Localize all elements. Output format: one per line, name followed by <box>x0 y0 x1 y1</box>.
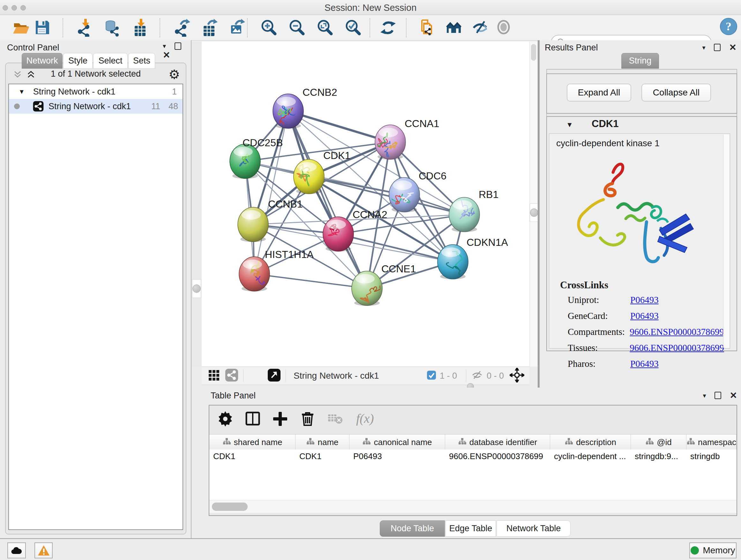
tab-network-table[interactable]: Network Table <box>496 520 570 537</box>
cdk1-collapse-icon[interactable]: ▼ <box>566 121 573 129</box>
control-panel-collapse-icon[interactable]: ▾ <box>163 42 166 50</box>
string-home-icon[interactable] <box>446 19 464 37</box>
right-splitter-handle[interactable] <box>530 208 538 217</box>
table-cell[interactable]: P06493 <box>349 451 445 461</box>
results-vscroll[interactable] <box>723 134 729 348</box>
network-tree-row[interactable]: ▼ String Network - cdk1 1 <box>9 84 183 99</box>
delete-column-icon[interactable] <box>300 411 316 428</box>
crosslinks-title: CrossLinks <box>560 279 608 291</box>
zoom-in-icon[interactable] <box>259 19 278 37</box>
help-icon[interactable]: ? <box>719 17 738 36</box>
import-table-icon[interactable] <box>131 19 150 37</box>
network-node-ccne1[interactable]: CCNE1 <box>352 263 416 306</box>
tree-expander-icon[interactable]: ▼ <box>18 88 25 96</box>
column-header-shared-name[interactable]: shared name <box>209 435 295 450</box>
expand-all-button[interactable]: Expand All <box>567 84 631 102</box>
protein-structure-image <box>565 155 699 270</box>
warning-button[interactable] <box>35 543 53 558</box>
save-session-icon[interactable] <box>33 19 52 37</box>
network-edge[interactable] <box>254 274 367 288</box>
selected-checkbox-icon[interactable] <box>426 370 436 381</box>
network-node-rb1[interactable]: RB1 <box>449 189 498 232</box>
table-cell[interactable]: CDK1 <box>295 451 349 461</box>
show-columns-icon[interactable] <box>245 411 261 428</box>
table-hscroll-thumb[interactable] <box>212 503 248 511</box>
network-edge[interactable] <box>288 111 390 142</box>
network-canvas[interactable]: CCNB2 CCNA1 CDC25B CDK1 CDC6 RB1 CCNB1 <box>202 42 529 367</box>
column-header-namespac[interactable]: namespac <box>686 435 737 450</box>
table-panel-collapse-icon[interactable]: ▾ <box>703 392 706 399</box>
network-node-ccna1[interactable]: CCNA1 <box>374 118 440 161</box>
grid-view-icon[interactable] <box>207 369 220 383</box>
tab-style[interactable]: Style <box>63 53 92 69</box>
network-options-gear-icon[interactable]: ⚙ <box>169 67 180 82</box>
network-node-hist1h1a[interactable]: HIST1H1A <box>239 249 314 295</box>
crosslink-value[interactable]: P06493 <box>630 295 659 305</box>
table-settings-icon[interactable] <box>218 411 233 428</box>
table-cell[interactable]: CDK1 <box>209 451 295 461</box>
control-panel-close-icon[interactable]: ✕ <box>163 50 170 60</box>
crosslink-label: Uniprot: <box>568 295 630 305</box>
left-splitter[interactable] <box>192 42 202 367</box>
crosslink-value[interactable]: P06493 <box>630 311 659 321</box>
network-node-ccna2[interactable]: CCNA2 <box>323 209 387 252</box>
tab-select[interactable]: Select <box>93 53 128 69</box>
column-header-database-identifier[interactable]: database identifier <box>445 435 550 450</box>
network-node-ccnb1[interactable]: CCNB1 <box>238 198 302 242</box>
zoom-selected-icon[interactable] <box>343 19 362 37</box>
cloud-button[interactable] <box>7 543 26 558</box>
table-hscroll[interactable] <box>209 500 737 513</box>
export-network-icon[interactable] <box>173 19 192 37</box>
column-header-canonical-name[interactable]: canonical name <box>349 435 445 450</box>
network-tree-row[interactable]: String Network - cdk1 11 48 <box>9 99 183 114</box>
results-panel-float-icon[interactable] <box>714 44 721 51</box>
table-panel-close-icon[interactable]: ✕ <box>730 390 737 401</box>
results-panel-close-icon[interactable]: ✕ <box>729 42 737 53</box>
network-view-mode-icon[interactable] <box>225 368 239 383</box>
collection-count: 1 <box>172 87 177 97</box>
preview-icon[interactable] <box>495 19 514 37</box>
control-panel: Control Panel ▾ ✕ NetworkStyleSelectSets… <box>0 40 192 538</box>
left-splitter-handle[interactable] <box>192 285 201 293</box>
collapse-all-button[interactable]: Collapse All <box>642 84 711 102</box>
tab-network[interactable]: Network <box>22 53 63 69</box>
cdk1-section-title[interactable]: CDK1 <box>592 118 618 130</box>
tab-node-table[interactable]: Node Table <box>380 520 445 537</box>
column-header--id[interactable]: @id <box>631 435 686 450</box>
network-node-cdkn1a[interactable]: CDKN1A <box>437 237 508 279</box>
network-view-statusbar: String Network - cdk1 1 - 0 0 - 0 <box>202 367 529 385</box>
refresh-layout-icon[interactable] <box>379 19 398 37</box>
crosslink-value[interactable]: P06493 <box>630 359 659 369</box>
control-panel-float-icon[interactable] <box>175 43 181 50</box>
import-network-icon[interactable] <box>76 19 94 37</box>
column-header-description[interactable]: description <box>550 435 631 450</box>
table-cell[interactable]: stringdb:9... <box>631 451 686 461</box>
tab-string[interactable]: String <box>621 53 659 69</box>
zoom-fit-icon[interactable] <box>315 19 334 37</box>
column-sort-icon <box>362 437 370 447</box>
export-image-icon[interactable] <box>228 19 246 37</box>
birdseye-view-icon[interactable] <box>510 368 524 384</box>
table-cell[interactable]: stringdb <box>686 451 737 461</box>
crosslink-value[interactable]: 9606.ENSP00000378699 <box>630 343 724 353</box>
canvas-vscroll-thumb[interactable] <box>531 44 536 61</box>
import-database-icon[interactable] <box>103 19 121 37</box>
zoom-out-icon[interactable] <box>287 19 306 37</box>
right-splitter[interactable] <box>529 42 538 367</box>
export-table-icon[interactable] <box>200 19 219 37</box>
crosslink-value[interactable]: 9606.ENSP00000378699 <box>630 327 724 337</box>
copy-style-icon[interactable] <box>418 19 436 37</box>
hide-unhide-icon[interactable] <box>472 19 490 37</box>
crosslink-label: GeneCard: <box>568 311 630 321</box>
table-cell[interactable]: cyclin-dependent ... <box>550 451 631 461</box>
table-panel-float-icon[interactable] <box>715 392 721 399</box>
column-header-name[interactable]: name <box>295 435 349 450</box>
add-column-icon[interactable] <box>273 411 288 428</box>
tab-sets[interactable]: Sets <box>128 53 155 69</box>
tab-edge-table[interactable]: Edge Table <box>446 520 496 537</box>
open-in-window-icon[interactable] <box>267 368 281 383</box>
memory-button[interactable]: Memory <box>689 543 737 558</box>
open-session-icon[interactable] <box>11 19 30 37</box>
table-cell[interactable]: 9606.ENSP00000378699 <box>445 451 550 461</box>
results-panel-collapse-icon[interactable]: ▾ <box>702 44 705 51</box>
